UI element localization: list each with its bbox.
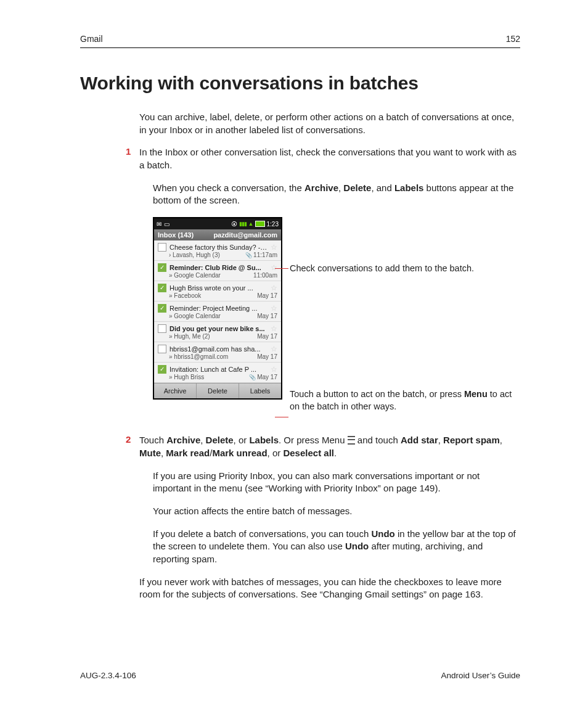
time-text: May 17 (257, 333, 277, 340)
subject-text: Did you get your new bike s... (169, 325, 267, 332)
header-page-number: 152 (506, 34, 520, 44)
gps-icon: ⦿ (231, 221, 237, 228)
header-section: Gmail (80, 34, 103, 44)
star-icon[interactable]: ☆ (271, 365, 277, 374)
inbox-label: Inbox (143) (158, 231, 194, 239)
attachment-icon: 📎 (245, 252, 252, 258)
wifi-icon: ▲ (248, 221, 253, 227)
step-2-p3: Your action affects the entire batch of … (153, 505, 520, 518)
account-label: pazditu@gmail.com (213, 231, 277, 239)
time-text: May 17 (257, 313, 277, 319)
time-text: May 17 (257, 353, 277, 360)
checkbox[interactable] (158, 324, 166, 333)
star-icon[interactable]: ☆ (271, 263, 277, 272)
subject-text: Reminder: Club Ride @ Su... (169, 264, 267, 271)
from-text: › Lavash, Hugh (3) (169, 252, 220, 258)
intro-paragraph: You can archive, label, delete, or perfo… (139, 111, 520, 136)
conversation-list: Cheese factory this Sunday? - ...☆› Lava… (154, 240, 281, 383)
star-icon[interactable]: ☆ (271, 243, 277, 252)
step-2-number: 2 (126, 434, 131, 445)
battery-icon (255, 221, 265, 227)
time-text: May 17 (257, 292, 277, 299)
step-2-text: Touch Archive, Delete, or Labels. Or pre… (139, 434, 520, 459)
callout-buttons: Touch a button to act on the batch, or p… (290, 388, 520, 413)
word-labels: Labels (394, 183, 424, 193)
conversation-item[interactable]: ✓Reminder: Club Ride @ Su...☆» Google Ca… (154, 261, 281, 281)
footer-doc-id: AUG-2.3.4-106 (80, 671, 136, 680)
step-1-text: In the Inbox or other conversation list,… (139, 146, 520, 171)
conversation-item[interactable]: Cheese factory this Sunday? - ...☆› Lava… (154, 240, 281, 261)
delete-button[interactable]: Delete (197, 384, 239, 398)
conversation-item[interactable]: Did you get your new bike s...☆» Hugh, M… (154, 322, 281, 342)
checkbox[interactable]: ✓ (158, 365, 166, 374)
subject-text: Invitation: Lunch at Cafe P ... (169, 366, 267, 373)
subject-text: Hugh Briss wrote on your ... (169, 284, 267, 292)
checkbox[interactable]: ✓ (158, 263, 166, 272)
callout-check: Check conversations to add them to the b… (290, 263, 474, 275)
from-text: » Google Calendar (169, 313, 221, 319)
phone-screenshot: ✉ ▭ ⦿ ▮▮▮ ▲ 1:23 I (153, 217, 282, 400)
chat-icon: ▭ (164, 221, 169, 228)
checkbox[interactable]: ✓ (158, 284, 166, 292)
labels-button[interactable]: Labels (239, 384, 281, 398)
time-text: 11:00am (253, 272, 277, 279)
subject-text: Reminder: Project Meeting ... (169, 305, 267, 312)
conversation-item[interactable]: hbriss1@gmail.com has sha...☆» hbriss1@g… (154, 342, 281, 363)
star-icon[interactable]: ☆ (271, 345, 277, 353)
subject-text: Cheese factory this Sunday? - ... (169, 244, 267, 251)
footer-doc-title: Android User’s Guide (441, 671, 520, 680)
step-2-p2: If you are using Priority Inbox, you can… (153, 470, 520, 495)
from-text: » Hugh Briss (169, 374, 204, 380)
closing-paragraph: If you never work with batches of messag… (139, 576, 520, 601)
time-text: 📎May 17 (249, 374, 277, 380)
page-title: Working with conversations in batches (80, 73, 520, 94)
step-1-subtext: When you check a conversation, the Archi… (153, 182, 520, 207)
time-text: 📎11:17am (245, 252, 277, 258)
step-2-p4: If you delete a batch of conversations, … (153, 528, 520, 566)
callout-1-text: Check conversations to add them to the b… (290, 263, 474, 273)
word-archive: Archive (304, 183, 338, 193)
word-delete: Delete (343, 183, 371, 193)
star-icon[interactable]: ☆ (271, 284, 277, 292)
mail-icon: ✉ (157, 221, 161, 228)
callout-2a: Touch a button to act on the batch, or p… (290, 389, 464, 399)
star-icon[interactable]: ☆ (271, 304, 277, 313)
attachment-icon: 📎 (249, 374, 256, 380)
from-text: » Facebook (169, 292, 201, 299)
signal-icon: ▮▮▮ (239, 221, 247, 227)
from-text: » Hugh, Me (2) (169, 333, 210, 340)
step-1-number: 1 (126, 146, 131, 157)
checkbox[interactable]: ✓ (158, 304, 166, 313)
from-text: » hbriss1@gmail.com (169, 353, 228, 360)
conversation-item[interactable]: ✓Reminder: Project Meeting ...☆» Google … (154, 302, 281, 322)
subject-text: hbriss1@gmail.com has sha... (169, 345, 267, 353)
checkbox[interactable] (158, 345, 166, 353)
status-bar: ✉ ▭ ⦿ ▮▮▮ ▲ 1:23 (154, 218, 281, 229)
conversation-item[interactable]: ✓Invitation: Lunch at Cafe P ...☆» Hugh … (154, 363, 281, 383)
step-1-sub-a: When you check a conversation, the (153, 183, 304, 193)
status-time: 1:23 (267, 221, 279, 228)
archive-button[interactable]: Archive (154, 384, 197, 398)
checkbox[interactable] (158, 243, 166, 252)
batch-action-bar: Archive Delete Labels (154, 383, 281, 398)
gmail-header: Inbox (143) pazditu@gmail.com (154, 229, 281, 240)
menu-icon (348, 436, 355, 445)
callout-2-bold: Menu (464, 389, 488, 399)
from-text: » Google Calendar (169, 272, 221, 279)
star-icon[interactable]: ☆ (271, 324, 277, 333)
conversation-item[interactable]: ✓Hugh Briss wrote on your ...☆» Facebook… (154, 281, 281, 302)
